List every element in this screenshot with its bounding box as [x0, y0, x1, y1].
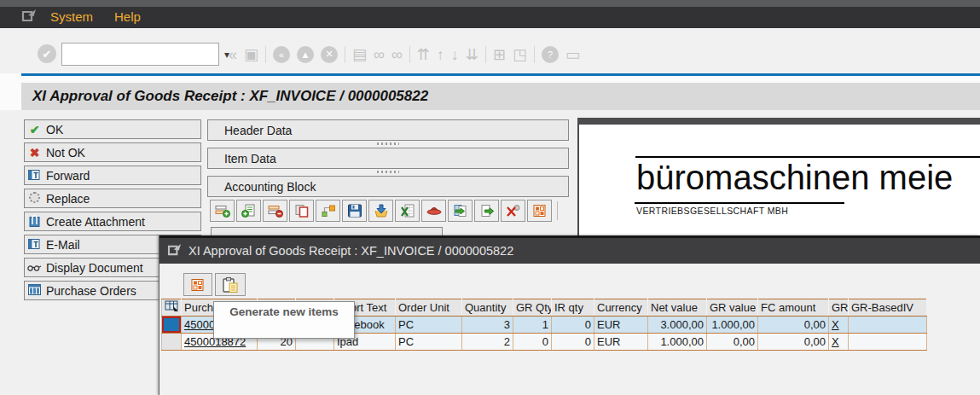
generate-items-tooltip: Generate new items [213, 301, 355, 339]
col-net-value[interactable]: Net value [648, 299, 707, 317]
email-document-icon [27, 238, 42, 252]
purchase-orders-button-label: Purchase Orders [46, 284, 136, 298]
sep2 [345, 46, 345, 63]
hierarchy-icon[interactable] [316, 200, 340, 222]
sap-window-icon [21, 9, 38, 22]
replace-gear-icon [27, 192, 42, 205]
insert-line-icon[interactable] [210, 200, 235, 222]
item-data-label: Item Data [224, 152, 276, 166]
next-page-icon[interactable]: ↓ [451, 47, 459, 62]
ok-button[interactable]: ✔ OK [24, 119, 201, 139]
col-quantity[interactable]: Quantity [462, 299, 513, 317]
header-data-button[interactable]: Header Data [207, 119, 569, 141]
delete-assignment-icon[interactable] [501, 200, 525, 222]
sep5 [534, 46, 535, 63]
export-excel-icon[interactable] [395, 200, 420, 222]
cancel-icon[interactable]: ✕ [321, 46, 338, 63]
gui-settings-icon[interactable]: ▭ [565, 47, 580, 62]
currency-cell: EUR [594, 317, 648, 334]
gr-value-cell: 1.000,00 [707, 317, 758, 334]
popup-sap-window-icon [167, 243, 183, 258]
export-item-icon[interactable] [474, 200, 499, 222]
icon-toolbar-separator [557, 201, 558, 220]
sap-gui-window: System Help ✔ ▾ «▣«▲✕▤∞∞⇈↑↓⇊⊞◳?▭ XI Appr… [0, 0, 980, 395]
gr-value-cell: 0,00 [707, 334, 758, 351]
col-ir-qty[interactable]: IR qty [552, 299, 594, 317]
download-icon[interactable] [368, 200, 393, 222]
red-x-icon: ✖ [27, 147, 42, 159]
replace-button-label: Replace [46, 192, 90, 206]
create-attachment-button[interactable]: Create Attachment [24, 212, 201, 231]
command-field-wrap: ▾ [61, 43, 219, 66]
enter-icon[interactable]: ✔ [38, 44, 56, 63]
fc-amount-cell: 0,00 [758, 334, 829, 351]
copy-item-icon[interactable] [448, 200, 473, 222]
row-select-cell[interactable] [162, 334, 182, 351]
header-data-label: Header Data [224, 124, 292, 137]
currency-cell: EUR [594, 334, 648, 351]
sep1 [265, 46, 266, 63]
gr-based-iv-cell [849, 317, 927, 334]
item-data-button[interactable]: Item Data [207, 148, 569, 169]
accounting-block-label: Accounting Block [224, 180, 316, 194]
find-next-icon[interactable]: ∞ [391, 47, 403, 62]
col-fc-amount[interactable]: FC amount [758, 299, 829, 317]
collapse-toolbar-icon[interactable]: « [229, 47, 237, 62]
row-select-cell[interactable] [162, 317, 182, 334]
band-divider [0, 76, 980, 83]
net-value-cell: 1.000,00 [648, 334, 707, 351]
splitter-handle-1[interactable] [207, 142, 569, 146]
not-ok-button[interactable]: ✖ Not OK [24, 142, 201, 162]
help-icon[interactable]: ? [542, 46, 559, 63]
gr-based-iv-cell [849, 334, 927, 351]
menu-item-help[interactable]: Help [114, 9, 141, 24]
quantity-cell: 2 [462, 334, 513, 351]
preview-company-subtitle: VERTRIEBSGESELLSCHAFT MBH [636, 206, 788, 216]
email-button-label: E-Mail [46, 238, 80, 252]
save-icon[interactable]: ▣ [244, 47, 258, 62]
generate-items-button[interactable] [215, 273, 246, 296]
print-icon[interactable]: ▤ [352, 47, 367, 62]
splitter-handle-2[interactable] [207, 170, 569, 174]
col-gr-based-iv[interactable]: GR-BasedIV [849, 299, 927, 317]
item-overview-grid-icon[interactable] [527, 200, 552, 222]
gr-qty-cell: 0 [513, 334, 552, 351]
col-gr-value[interactable]: GR value [707, 299, 758, 317]
forward-button[interactable]: Forward [24, 166, 201, 185]
last-page-icon[interactable]: ⇊ [466, 47, 478, 62]
copy-icon[interactable] [289, 200, 314, 222]
gr-flag-link[interactable]: X [832, 335, 839, 348]
col-gr-qty[interactable]: GR Qty [513, 299, 552, 317]
forward-document-icon [27, 169, 42, 183]
create-shortcut-icon[interactable]: ◳ [513, 47, 527, 62]
window-top-strip [0, 0, 980, 7]
col-gr[interactable]: GR [829, 299, 849, 317]
page-title: XI Approval of Goods Receipt : XF_INVOIC… [32, 88, 428, 105]
new-session-icon[interactable]: ⊞ [493, 47, 506, 62]
replace-button[interactable]: Replace [24, 189, 201, 208]
back-icon[interactable]: « [273, 46, 290, 63]
gr-flag-link[interactable]: X [832, 318, 839, 331]
menu-item-system[interactable]: System [50, 9, 93, 24]
first-page-icon[interactable]: ⇈ [417, 47, 430, 62]
ir-qty-cell: 0 [552, 334, 594, 351]
toolbar-icon-strip: «▣«▲✕▤∞∞⇈↑↓⇊⊞◳?▭ [229, 43, 580, 66]
menu-bar: System Help [0, 0, 980, 28]
find-icon[interactable]: ∞ [374, 47, 385, 62]
exit-icon[interactable]: ▲ [297, 46, 314, 63]
popup-item-overview-button[interactable] [183, 273, 212, 296]
save-data-icon[interactable] [342, 200, 367, 222]
forward-button-label: Forward [46, 169, 90, 183]
order-unit-cell: PC [396, 317, 462, 334]
previous-page-icon[interactable]: ↑ [437, 47, 444, 62]
popup-title-bar[interactable]: XI Approval of Goods Receipt : XF_INVOIC… [159, 235, 980, 264]
col-currency[interactable]: Currency [594, 299, 648, 317]
popup-title: XI Approval of Goods Receipt : XF_INVOIC… [188, 244, 513, 258]
insert-page-icon[interactable] [236, 200, 261, 222]
delete-line-icon[interactable] [263, 200, 287, 222]
propose-hat-icon[interactable] [421, 200, 446, 222]
command-field[interactable] [62, 44, 219, 65]
col-order-unit[interactable]: Order Unit [396, 299, 462, 317]
table-settings-icon[interactable] [162, 299, 182, 317]
accounting-block-button[interactable]: Accounting Block [207, 176, 569, 197]
